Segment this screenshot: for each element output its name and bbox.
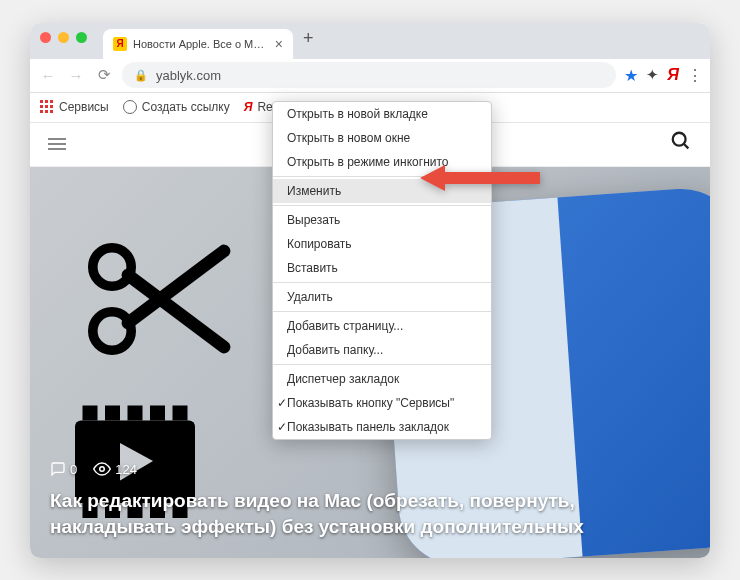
- ctx-delete[interactable]: Удалить: [273, 285, 491, 309]
- comments-stat[interactable]: 0: [50, 461, 77, 477]
- titlebar: Я Новости Apple. Все о Mac, iP × +: [30, 23, 710, 59]
- ctx-separator: [273, 282, 491, 283]
- yandex-icon[interactable]: Я: [667, 66, 679, 84]
- ctx-show-bar[interactable]: ✓Показывать панель закладок: [273, 415, 491, 439]
- ctx-separator: [273, 205, 491, 206]
- apps-label: Сервисы: [59, 100, 109, 114]
- url-text: yablyk.com: [156, 68, 221, 83]
- svg-point-0: [673, 133, 686, 146]
- bookmark-create-link[interactable]: Создать ссылку: [123, 100, 230, 114]
- svg-point-16: [100, 467, 105, 472]
- article-stats: 0 124: [50, 460, 690, 478]
- browser-tab[interactable]: Я Новости Apple. Все о Mac, iP ×: [103, 29, 293, 59]
- annotation-arrow: [420, 163, 540, 197]
- article-overlay: 0 124 Как редактировать видео на Mac (об…: [50, 460, 690, 539]
- window-controls: [40, 32, 87, 43]
- svg-rect-5: [83, 405, 98, 420]
- ctx-copy[interactable]: Копировать: [273, 232, 491, 256]
- article-title: Как редактировать видео на Mac (обрезать…: [50, 488, 690, 539]
- minimize-button[interactable]: [58, 32, 69, 43]
- svg-marker-17: [420, 165, 540, 191]
- close-button[interactable]: [40, 32, 51, 43]
- tab-close-icon[interactable]: ×: [275, 36, 283, 52]
- menu-button[interactable]: ⋮: [687, 66, 702, 85]
- extensions-icon[interactable]: ✦: [646, 66, 659, 84]
- new-tab-button[interactable]: +: [303, 28, 314, 49]
- bookmark-label: Создать ссылку: [142, 100, 230, 114]
- ctx-show-apps[interactable]: ✓Показывать кнопку "Сервисы": [273, 391, 491, 415]
- ctx-open-new-tab[interactable]: Открыть в новой вкладке: [273, 102, 491, 126]
- comments-count: 0: [70, 462, 77, 477]
- ctx-add-page[interactable]: Добавить страницу...: [273, 314, 491, 338]
- maximize-button[interactable]: [76, 32, 87, 43]
- svg-rect-6: [105, 405, 120, 420]
- globe-icon: [123, 100, 137, 114]
- comment-icon: [50, 461, 66, 477]
- context-menu: Открыть в новой вкладке Открыть в новом …: [272, 101, 492, 440]
- ctx-open-new-window[interactable]: Открыть в новом окне: [273, 126, 491, 150]
- views-count: 124: [115, 462, 137, 477]
- address-bar[interactable]: 🔒 yablyk.com: [122, 62, 616, 88]
- svg-line-1: [684, 144, 689, 149]
- search-icon[interactable]: [670, 130, 692, 158]
- ctx-bookmark-manager[interactable]: Диспетчер закладок: [273, 367, 491, 391]
- tab-title: Новости Apple. Все о Mac, iP: [133, 38, 269, 50]
- eye-icon: [93, 460, 111, 478]
- back-button[interactable]: ←: [38, 67, 58, 84]
- lock-icon: 🔒: [134, 69, 148, 82]
- ctx-separator: [273, 364, 491, 365]
- scissors-icon: [80, 227, 240, 387]
- yandex-mini-icon: Я: [244, 100, 253, 114]
- forward-button[interactable]: →: [66, 67, 86, 84]
- apps-icon: [40, 100, 54, 114]
- ctx-separator: [273, 311, 491, 312]
- svg-rect-8: [150, 405, 165, 420]
- svg-rect-9: [173, 405, 188, 420]
- ctx-cut[interactable]: Вырезать: [273, 208, 491, 232]
- ctx-paste[interactable]: Вставить: [273, 256, 491, 280]
- hamburger-menu[interactable]: [48, 138, 66, 150]
- svg-rect-7: [128, 405, 143, 420]
- bookmark-star-icon[interactable]: ★: [624, 66, 638, 85]
- browser-window: Я Новости Apple. Все о Mac, iP × + ← → ⟳…: [30, 23, 710, 558]
- apps-shortcut[interactable]: Сервисы: [40, 100, 109, 114]
- reload-button[interactable]: ⟳: [94, 66, 114, 84]
- toolbar: ← → ⟳ 🔒 yablyk.com ★ ✦ Я ⋮: [30, 59, 710, 93]
- ctx-add-folder[interactable]: Добавить папку...: [273, 338, 491, 362]
- tab-favicon: Я: [113, 37, 127, 51]
- views-stat: 124: [93, 460, 137, 478]
